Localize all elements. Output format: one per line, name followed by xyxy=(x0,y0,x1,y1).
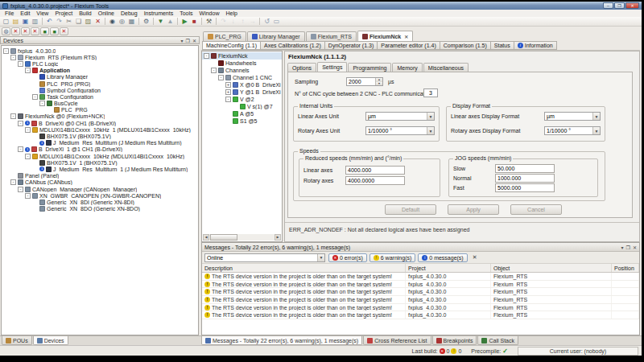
tab-machineconfig-1-1[interactable]: MachineConfig (1.1) xyxy=(202,41,261,50)
default-button[interactable]: Default xyxy=(385,204,436,215)
dock-tab-cross-reference-list[interactable]: Cross Reference List xyxy=(363,336,431,345)
device-tree-item[interactable]: -1B_DriveXi_1 @1 CH1 (B-DriveXi) xyxy=(2,146,198,153)
message-row[interactable]: !The RTS device version in the project i… xyxy=(202,288,639,296)
tab-settings[interactable]: Settings xyxy=(317,62,347,72)
copy-icon[interactable]: ❏ xyxy=(74,18,83,26)
device-tree-item[interactable]: BHX075.1V (BHX075.1V) xyxy=(2,133,198,139)
messages-panel-header[interactable]: Messages - Totally 22 error(s), 6 warnin… xyxy=(202,243,639,252)
close-tab-icon[interactable]: ✕ xyxy=(404,34,408,39)
apply-button[interactable]: Apply xyxy=(448,204,499,215)
cancel-button[interactable]: Cancel xyxy=(510,204,562,215)
device-tree-item[interactable]: 1J_Medium_Res_Multiturn_1 (J Medium Res … xyxy=(2,166,198,172)
message-row[interactable]: !The RTS device version in the project i… xyxy=(202,296,639,304)
nck-tree-item[interactable]: -Channel 1 CNC xyxy=(202,74,282,81)
device-tree-item[interactable]: Generic_XN_8DI (Generic XN-8DI) xyxy=(2,199,198,205)
collapse-icon[interactable]: - xyxy=(39,101,45,106)
open-project-icon[interactable]: ▤ xyxy=(11,18,20,26)
axes-unassigned-icon-1[interactable]: ✕ xyxy=(11,27,20,35)
axes-unassigned-icon-4[interactable]: ✕ xyxy=(60,27,68,35)
tab-options[interactable]: Options xyxy=(287,63,316,72)
nck-tree-item[interactable]: Handwheels xyxy=(202,60,282,67)
nck-tree-item[interactable]: -FlexiumNck xyxy=(202,52,282,60)
panel-auto-hide-icon[interactable]: ❐ xyxy=(626,245,630,250)
dock-tab-call-stack[interactable]: Call Stack xyxy=(477,336,518,345)
collapse-icon[interactable]: - xyxy=(18,187,23,192)
tab-information[interactable]: iInformation xyxy=(514,41,557,50)
collapse-icon[interactable]: - xyxy=(25,193,31,199)
column-object[interactable]: Object xyxy=(491,264,612,272)
device-tree-item[interactable]: -CANbus (CANbus) xyxy=(2,179,198,186)
device-tree-item[interactable]: BHX075.1V_1 (BHX075.1V) xyxy=(2,159,198,166)
dock-tab-devices[interactable]: Devices xyxy=(33,336,68,345)
column-description[interactable]: Description xyxy=(202,264,406,272)
message-row[interactable]: !The RTS device version in the project i… xyxy=(202,304,639,312)
menu-instruments[interactable]: Instruments xyxy=(141,10,177,16)
handwheel-tool-icon[interactable]: ◍ xyxy=(2,27,10,35)
nck-tree-item[interactable]: -V @2 xyxy=(202,96,282,103)
message-row[interactable]: !The RTS device version in the project i… xyxy=(202,311,639,319)
minimize-button[interactable]: – xyxy=(603,2,613,9)
nck-tree-item[interactable]: +X @0 B_DriveXi xyxy=(202,81,282,88)
search-project-icon[interactable]: ▦ xyxy=(127,18,136,26)
device-tree-item[interactable]: PLC_PRG xyxy=(2,107,198,113)
menu-build[interactable]: Build xyxy=(76,10,95,16)
tab-dynoperator-1-3[interactable]: DynOperator (1.3) xyxy=(325,41,378,50)
collapse-icon[interactable]: - xyxy=(3,48,9,54)
collapse-icon[interactable]: - xyxy=(10,113,16,119)
rotary-display-format-select[interactable]: 1/10000 ° ▼ xyxy=(544,126,601,135)
tab-miscellaneous[interactable]: Miscellaneous xyxy=(423,63,469,72)
tab-parameter-editor-1-4[interactable]: Parameter editor (1.4) xyxy=(378,41,440,50)
tab-comparison-1-5[interactable]: Comparison (1.5) xyxy=(440,41,491,50)
new-project-icon[interactable]: ▢ xyxy=(2,18,10,26)
column-project[interactable]: Project xyxy=(406,264,491,272)
sampling-input[interactable]: 2000 ▲▼ xyxy=(346,77,383,86)
device-tree-item[interactable]: Library Manager xyxy=(2,74,198,80)
menu-window[interactable]: Window xyxy=(196,10,223,16)
logout-icon[interactable]: ▲ xyxy=(166,18,175,26)
tab-programming[interactable]: Programming xyxy=(348,63,391,72)
filter-0-error-s[interactable]: ✕0 error(s) xyxy=(328,253,367,262)
menu-file[interactable]: File xyxy=(2,10,17,16)
fast-input[interactable]: 5000.000 xyxy=(495,183,555,192)
nck-tree-hscrollbar[interactable]: ◀ ▶ xyxy=(203,234,281,241)
collapse-icon[interactable]: - xyxy=(18,61,23,67)
print-icon[interactable]: ▥ xyxy=(31,18,39,26)
device-tree-item[interactable]: -MDLUXi14Bi1Cxxxx_10kHz (MDLUXi14Bi1Cxxx… xyxy=(2,153,198,159)
column-position[interactable]: Position xyxy=(612,264,639,272)
device-tree-item[interactable]: -FlexiumNck @0 (Flexium+NCK) xyxy=(2,113,198,120)
normal-input[interactable]: 1000.000 xyxy=(495,174,555,183)
nck-tree-item[interactable]: +Y @1 B_DriveXi_1 xyxy=(202,88,282,96)
devices-panel-header[interactable]: Devices ▾❐✕ xyxy=(0,36,200,44)
axes-unassigned-icon-3[interactable]: ✕ xyxy=(31,27,39,35)
collapse-icon[interactable]: - xyxy=(25,127,31,133)
start-icon[interactable]: ▶ xyxy=(180,18,189,26)
step-into-icon[interactable]: ↓ xyxy=(229,18,237,26)
maximize-button[interactable]: ❐ xyxy=(614,2,625,9)
scroll-right-icon[interactable]: ▶ xyxy=(275,234,281,241)
nck-tree-item[interactable]: V s(1) @7 xyxy=(202,103,282,110)
collapse-icon[interactable]: - xyxy=(25,68,31,73)
doc-tab-flexiumnck[interactable]: FlexiumNck✕ xyxy=(357,31,413,41)
device-tree-item[interactable]: Panel (Panel) xyxy=(2,173,198,179)
tab-status[interactable]: Status xyxy=(491,41,514,50)
undo-icon[interactable]: ↶ xyxy=(45,18,54,26)
tab-memory[interactable]: Memory xyxy=(392,63,422,72)
rotary-axes-input[interactable]: 4000.0000 xyxy=(345,176,405,185)
collapse-icon[interactable]: - xyxy=(225,97,231,102)
dock-tab-breakpoints[interactable]: Breakpoints xyxy=(432,336,477,345)
options-icon[interactable]: ⚒ xyxy=(204,18,213,26)
device-tree-item[interactable]: -XN_GWBR_CANOPEN (XN-GWBR-CANOPEN) xyxy=(2,192,198,199)
collapse-icon[interactable]: - xyxy=(18,146,23,152)
close-button[interactable]: ✕ xyxy=(625,2,639,9)
collapse-icon[interactable]: - xyxy=(211,68,217,73)
scroll-thumb[interactable] xyxy=(210,234,237,241)
device-tree-item[interactable]: Generic_XN_8DO (Generic XN-8DO) xyxy=(2,206,198,212)
device-tree-item[interactable]: 1J_Medium_Res_Multiturn (J Medium Res Mu… xyxy=(2,140,198,146)
login-icon[interactable]: ▼ xyxy=(156,18,165,26)
menu-online[interactable]: Online xyxy=(95,10,118,16)
cut-icon[interactable]: ✂ xyxy=(64,18,73,26)
nck-tree-item[interactable]: -Channels xyxy=(202,67,282,74)
scroll-left-icon[interactable]: ◀ xyxy=(203,234,209,241)
filter-6-warning-s[interactable]: !6 warning(s) xyxy=(369,253,416,262)
collapse-icon[interactable]: - xyxy=(218,75,224,80)
